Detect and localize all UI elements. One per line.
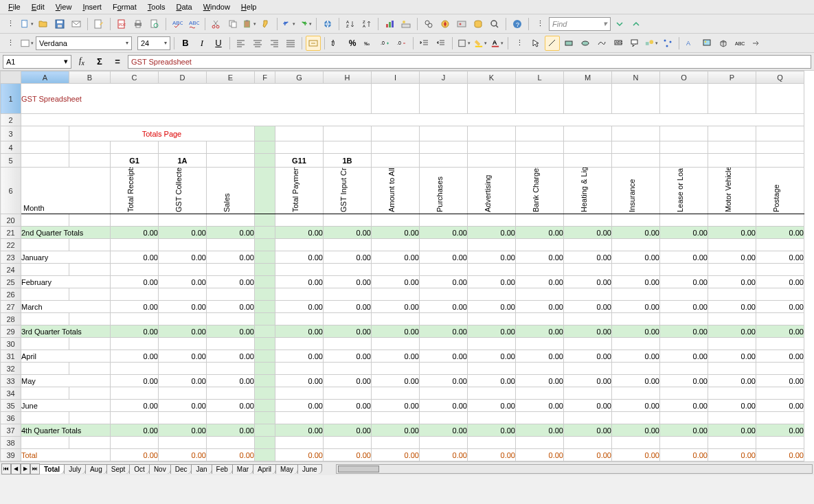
cell[interactable]: 0.00 <box>516 251 564 264</box>
sheet-tab[interactable]: July <box>64 464 86 474</box>
cell[interactable]: G1 <box>111 154 159 168</box>
cell[interactable]: January <box>21 251 111 264</box>
datasource-button[interactable] <box>471 16 486 32</box>
col-header-L[interactable]: L <box>516 71 564 84</box>
row-header[interactable]: 30 <box>1 338 21 350</box>
cell[interactable]: 0.00 <box>708 301 756 313</box>
cell[interactable]: 0.00 <box>207 325 255 338</box>
cell[interactable]: 0.00 <box>756 449 804 461</box>
cell[interactable]: 0.00 <box>612 325 660 338</box>
show-draw-button[interactable] <box>398 16 414 32</box>
cell[interactable]: 0.00 <box>660 424 708 437</box>
cell[interactable]: 0.00 <box>564 350 612 363</box>
cell[interactable]: 0.00 <box>756 325 804 338</box>
help-button[interactable]: ? <box>510 16 525 32</box>
sheet-tab[interactable]: Dec <box>170 464 192 474</box>
cell[interactable]: 0.00 <box>660 350 708 363</box>
cell[interactable]: 0.00 <box>756 301 804 313</box>
italic-button[interactable]: I <box>194 36 210 51</box>
col-header-D[interactable]: D <box>159 71 207 84</box>
cell[interactable]: G11 <box>275 154 324 168</box>
increase-indent-button[interactable] <box>433 36 449 51</box>
cell[interactable]: 0.00 <box>372 424 420 437</box>
find-down-button[interactable] <box>612 16 627 32</box>
cell[interactable]: 0.00 <box>516 325 564 338</box>
align-left-button[interactable] <box>234 36 249 51</box>
cell[interactable]: 0.00 <box>708 350 756 363</box>
cell[interactable]: Sales <box>207 168 255 214</box>
row-header[interactable]: 1 <box>1 84 21 114</box>
menu-help[interactable]: Help <box>236 1 262 12</box>
menu-file[interactable]: File <box>3 1 26 12</box>
sheet-tab[interactable]: May <box>275 464 298 474</box>
cell[interactable]: 0.00 <box>324 449 372 461</box>
cell[interactable]: Amount to Allocate <box>372 168 420 214</box>
cell[interactable] <box>21 387 69 400</box>
cell[interactable]: 0.00 <box>420 227 468 239</box>
cell[interactable]: 0.00 <box>207 276 255 288</box>
cell[interactable]: 0.00 <box>111 251 159 264</box>
cell[interactable]: 0.00 <box>612 301 660 313</box>
cell[interactable]: 1A <box>159 154 207 168</box>
cell[interactable]: 0.00 <box>612 449 660 461</box>
cell[interactable] <box>21 288 69 301</box>
cell[interactable]: 0.00 <box>111 276 159 288</box>
cell[interactable]: 0.00 <box>207 251 255 264</box>
cell[interactable]: 0.00 <box>420 276 468 288</box>
cell[interactable]: 0.00 <box>372 449 420 461</box>
row-header[interactable]: 6 <box>1 168 21 214</box>
cell[interactable]: Postage <box>756 168 804 214</box>
row-header[interactable]: 5 <box>1 154 21 168</box>
row-header[interactable]: 32 <box>1 363 21 375</box>
cell[interactable]: 0.00 <box>275 301 324 313</box>
cell[interactable]: 0.00 <box>564 325 612 338</box>
cell[interactable]: 0.00 <box>372 276 420 288</box>
cell[interactable]: 0.00 <box>612 227 660 239</box>
cell[interactable]: 0.00 <box>564 375 612 387</box>
cell[interactable]: GST Collected <box>159 168 207 214</box>
cell[interactable]: 0.00 <box>468 424 516 437</box>
cell[interactable]: 0.00 <box>111 325 159 338</box>
cut-button[interactable] <box>209 16 224 32</box>
cell[interactable]: 0.00 <box>660 301 708 313</box>
cell[interactable]: Purchases <box>420 168 468 214</box>
preview-button[interactable] <box>147 16 162 32</box>
cell[interactable]: 0.00 <box>564 400 612 412</box>
cell[interactable]: 0.00 <box>756 276 804 288</box>
tab-prev-button[interactable]: ◀ <box>11 463 21 474</box>
cell[interactable]: 0.00 <box>468 276 516 288</box>
cell-reference-input[interactable]: A1▾ <box>3 55 71 69</box>
scroll-thumb[interactable] <box>338 466 379 472</box>
hyperlink-button[interactable] <box>320 16 335 32</box>
menu-window[interactable]: Window <box>198 1 236 12</box>
cell[interactable]: 0.00 <box>516 301 564 313</box>
freeform-button[interactable] <box>594 36 609 51</box>
cell[interactable]: 4th Quarter Totals <box>21 424 111 437</box>
autospell-button[interactable]: ABC <box>186 16 201 32</box>
cell[interactable]: 0.00 <box>420 400 468 412</box>
currency-button[interactable]: ₿ <box>328 36 343 51</box>
cell[interactable]: 0.00 <box>420 449 468 461</box>
cell[interactable]: 0.00 <box>207 400 255 412</box>
cell[interactable] <box>21 437 69 449</box>
select-button[interactable] <box>528 36 543 51</box>
cell[interactable]: 0.00 <box>468 301 516 313</box>
cell[interactable]: 0.00 <box>207 227 255 239</box>
menu-format[interactable]: Format <box>107 1 142 12</box>
cell[interactable]: 0.00 <box>159 449 207 461</box>
row-header[interactable]: 28 <box>1 313 21 325</box>
cell[interactable]: 0.00 <box>756 350 804 363</box>
cell[interactable]: 0.00 <box>111 424 159 437</box>
cell[interactable]: 0.00 <box>756 424 804 437</box>
cell[interactable]: 0.00 <box>516 400 564 412</box>
cell[interactable]: 0.00 <box>324 350 372 363</box>
tab-last-button[interactable]: ⏭ <box>30 463 40 474</box>
cell[interactable]: 0.00 <box>159 350 207 363</box>
cell[interactable]: 0.00 <box>660 276 708 288</box>
font-size-select[interactable]: 24▾ <box>137 36 170 50</box>
cell[interactable]: 0.00 <box>159 424 207 437</box>
row-header[interactable]: 26 <box>1 288 21 301</box>
cell[interactable]: 0.00 <box>612 375 660 387</box>
cell[interactable]: 0.00 <box>708 449 756 461</box>
cell[interactable]: Insurance <box>612 168 660 214</box>
